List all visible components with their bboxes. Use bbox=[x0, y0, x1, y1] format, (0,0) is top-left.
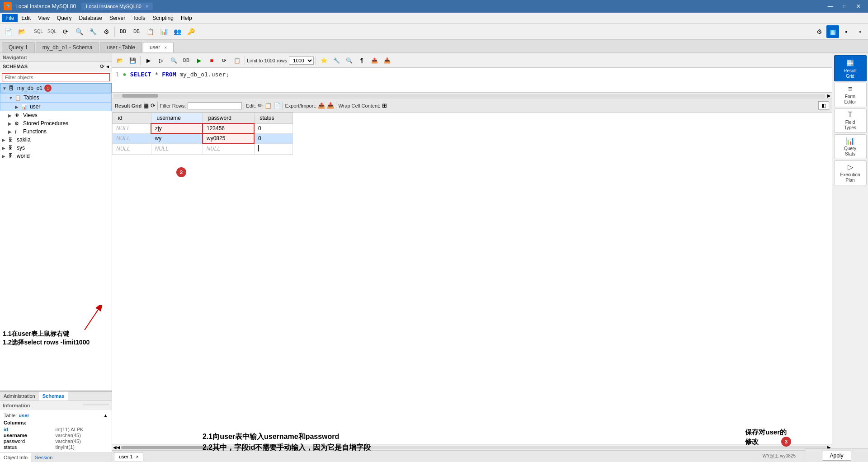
col-header-id[interactable]: id bbox=[113, 113, 151, 124]
schemas-refresh-btn[interactable]: ⟳ bbox=[100, 63, 104, 70]
toolbar-sql2[interactable]: SQL bbox=[46, 25, 58, 38]
cell-password-2[interactable]: wy0825 bbox=[203, 133, 254, 143]
table-row[interactable]: NULL wy wy0825 0 bbox=[113, 133, 293, 143]
tab-user-table[interactable]: user - Table bbox=[100, 42, 142, 52]
query-btn-format[interactable]: ¶ bbox=[356, 55, 368, 66]
query-btn-stop[interactable]: 🔍 bbox=[168, 55, 179, 66]
query-btn-exec2[interactable]: ▷ bbox=[155, 55, 167, 66]
query-btn-refresh[interactable]: ⟳ bbox=[218, 55, 230, 66]
tree-item-user-table[interactable]: ▶ 📊 user bbox=[0, 102, 112, 111]
sidebar-field-types-btn[interactable]: T FieldTypes bbox=[834, 108, 867, 133]
tab-schemas[interactable]: Schemas bbox=[39, 391, 68, 401]
query-btn-run[interactable]: ▶ bbox=[193, 55, 205, 66]
query-btn-folder[interactable]: 📂 bbox=[114, 55, 126, 66]
query-btn-save[interactable]: 💾 bbox=[127, 55, 138, 66]
toolbar-sql1[interactable]: SQL bbox=[32, 25, 45, 38]
result-refresh-btn[interactable]: ⟳ bbox=[151, 102, 156, 109]
toolbar-schema[interactable]: 📋 bbox=[144, 25, 156, 38]
query-btn-db[interactable]: DB bbox=[180, 55, 192, 66]
query-btn-magic[interactable]: 🔧 bbox=[330, 55, 342, 66]
menu-query[interactable]: Query bbox=[53, 14, 75, 22]
edit-copy-btn[interactable]: 📋 bbox=[264, 102, 272, 109]
toolbar-btn7[interactable]: ⚙ bbox=[100, 25, 113, 38]
tab-administration[interactable]: Administration bbox=[0, 391, 39, 401]
col-header-status[interactable]: status bbox=[254, 113, 293, 124]
result-tab-close[interactable]: × bbox=[136, 454, 139, 459]
tab-schema[interactable]: my_db_o1 - Schema bbox=[36, 42, 99, 52]
query-btn-5[interactable]: 📋 bbox=[231, 55, 243, 66]
toolbar-db2[interactable]: DB bbox=[130, 25, 143, 38]
filter-rows-input[interactable] bbox=[188, 102, 242, 109]
result-grid-icon[interactable]: ▦ bbox=[143, 102, 149, 109]
toolbar-users[interactable]: 👥 bbox=[171, 25, 184, 38]
menu-edit[interactable]: Edit bbox=[18, 14, 34, 22]
table-info-toggle[interactable]: ▲ bbox=[103, 413, 108, 418]
toolbar-view3[interactable]: ▫ bbox=[854, 25, 866, 38]
tree-item-views[interactable]: ▶ 👁 Views bbox=[0, 111, 112, 119]
tree-item-sakila[interactable]: ▶ 🗄 sakila bbox=[0, 136, 112, 144]
edit-paste-btn[interactable]: 📄 bbox=[274, 102, 281, 109]
limit-dropdown[interactable]: 1000 500 200 bbox=[289, 57, 314, 65]
minimize-btn[interactable]: — bbox=[824, 3, 837, 9]
cell-username-2[interactable]: wy bbox=[151, 133, 203, 143]
close-btn[interactable]: ✕ bbox=[853, 3, 864, 9]
toolbar-open[interactable]: 📂 bbox=[15, 25, 28, 38]
toolbar-view1[interactable]: ▦ bbox=[826, 25, 839, 38]
result-tab-user1[interactable]: user 1 × bbox=[114, 452, 143, 461]
query-btn-exec[interactable]: ▶ bbox=[142, 55, 154, 66]
cell-username-3[interactable]: NULL bbox=[151, 143, 203, 154]
sidebar-form-editor-btn[interactable]: ≡ FormEditor bbox=[834, 83, 867, 107]
scroll-nav-left[interactable]: ◀◀ bbox=[113, 445, 120, 450]
tree-item-stored-procs[interactable]: ▶ ⚙ Stored Procedures bbox=[0, 119, 112, 127]
menu-view[interactable]: View bbox=[34, 14, 53, 22]
cell-password-3[interactable]: NULL bbox=[203, 143, 254, 154]
import-btn[interactable]: 📥 bbox=[327, 102, 334, 109]
apply-button[interactable]: Apply bbox=[822, 451, 851, 461]
tab-close-icon[interactable]: × bbox=[165, 45, 167, 50]
menu-tools[interactable]: Tools bbox=[129, 14, 149, 22]
toolbar-settings[interactable]: ⚙ bbox=[813, 25, 826, 38]
tree-item-my_db_o1[interactable]: ▼ 🗄 my_db_o1 1 bbox=[0, 83, 112, 93]
menu-help[interactable]: Help bbox=[177, 14, 196, 22]
tab-object-info[interactable]: Object Info bbox=[0, 453, 31, 462]
sql-editor[interactable]: 1 ● SELECT * FROM my_db_o1.user; bbox=[112, 68, 832, 93]
tree-item-sys[interactable]: ▶ 🗄 sys bbox=[0, 144, 112, 152]
menu-file[interactable]: File bbox=[2, 14, 18, 22]
maximize-btn[interactable]: □ bbox=[840, 3, 850, 9]
menu-server[interactable]: Server bbox=[106, 14, 129, 22]
cell-password-1[interactable]: 123456 bbox=[203, 123, 254, 133]
toolbar-db1[interactable]: DB bbox=[117, 25, 129, 38]
query-btn-star[interactable]: ⭐ bbox=[318, 55, 330, 66]
col-header-password[interactable]: password bbox=[203, 113, 254, 124]
tab-user-active[interactable]: user × bbox=[143, 42, 174, 52]
scroll-right-arrow[interactable]: ▶ bbox=[827, 93, 831, 98]
menu-scripting[interactable]: Scripting bbox=[149, 14, 177, 22]
col-header-username[interactable]: username bbox=[151, 113, 203, 124]
toolbar-btn6[interactable]: 🔧 bbox=[86, 25, 99, 38]
toolbar-misc[interactable]: 🔑 bbox=[184, 25, 197, 38]
tree-item-functions[interactable]: ▶ ƒ Functions bbox=[0, 127, 112, 136]
table-row[interactable]: NULL zjy 123456 0 bbox=[113, 123, 293, 133]
export-btn[interactable]: 📤 bbox=[318, 102, 325, 109]
query-btn-import[interactable]: 📥 bbox=[381, 55, 393, 66]
toolbar-monitor[interactable]: 📊 bbox=[157, 25, 170, 38]
wrap-cell-btn[interactable]: ⊞ bbox=[382, 102, 387, 109]
toolbar-btn5[interactable]: 🔍 bbox=[73, 25, 85, 38]
menu-database[interactable]: Database bbox=[75, 14, 106, 22]
edit-pencil-btn[interactable]: ✏ bbox=[258, 102, 263, 109]
tab-query1[interactable]: Query 1 bbox=[2, 42, 35, 52]
schemas-collapse-btn[interactable]: ◂ bbox=[106, 63, 109, 70]
sidebar-query-stats-btn[interactable]: 📊 QueryStats bbox=[834, 134, 867, 159]
h-scrollbar[interactable]: ◀◀ ▶ bbox=[112, 444, 832, 450]
tree-item-tables[interactable]: ▼ 📋 Tables bbox=[0, 93, 112, 102]
sql-hscroll[interactable]: ▶ bbox=[112, 93, 832, 99]
sidebar-exec-plan-btn[interactable]: ▷ ExecutionPlan bbox=[834, 160, 867, 185]
query-btn-stop2[interactable]: ■ bbox=[206, 55, 217, 66]
table-row[interactable]: NULL NULL NULL bbox=[113, 143, 293, 154]
toolbar-new-file[interactable]: 📄 bbox=[2, 25, 14, 38]
cell-username-1[interactable]: zjy bbox=[151, 123, 203, 133]
toolbar-refresh[interactable]: ⟳ bbox=[59, 25, 72, 38]
tree-item-world[interactable]: ▶ 🗄 world bbox=[0, 152, 112, 160]
filter-objects-input[interactable] bbox=[2, 73, 110, 81]
toolbar-view2[interactable]: ▪ bbox=[840, 25, 853, 38]
